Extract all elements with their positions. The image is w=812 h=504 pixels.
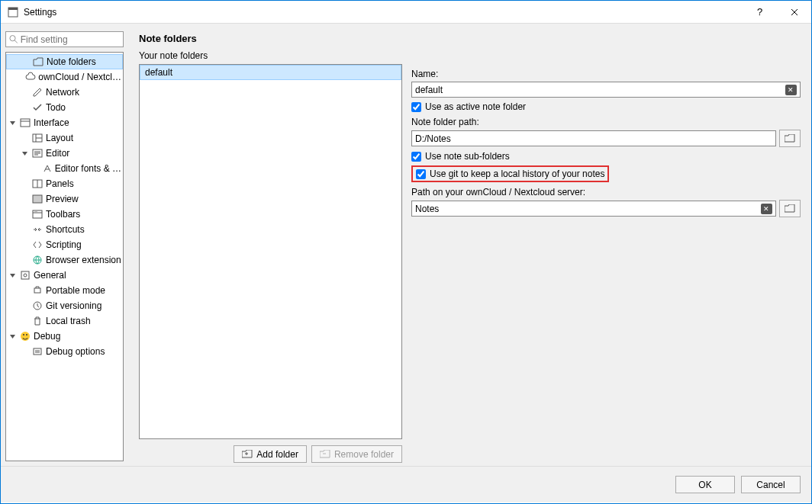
tree-item-label: Panels xyxy=(46,178,74,189)
tree-twisty[interactable] xyxy=(8,120,17,127)
tree-item-label: Browser extension xyxy=(46,255,121,265)
tree-item[interactable]: Network xyxy=(6,85,123,100)
use-active-checkbox[interactable]: Use as active note folder xyxy=(411,101,801,112)
path-field[interactable] xyxy=(411,130,776,146)
browse-path-button[interactable] xyxy=(779,130,801,147)
debug-icon xyxy=(31,346,44,357)
tree-item[interactable]: Git versioning xyxy=(6,298,123,313)
tree-item[interactable]: Interface xyxy=(6,115,123,130)
browse-cloud-button[interactable] xyxy=(779,200,801,217)
use-git-input[interactable] xyxy=(416,169,426,179)
tree-item-label: Debug xyxy=(34,331,60,342)
titlebar: Settings ? xyxy=(1,1,811,24)
sidebar: Note foldersownCloud / Nextcl…NetworkTod… xyxy=(1,24,128,466)
svg-point-10 xyxy=(35,211,36,212)
tree-item[interactable]: Scripting xyxy=(6,237,123,252)
edit-icon xyxy=(31,148,44,159)
page-title: Note folders xyxy=(139,33,801,44)
folder-icon xyxy=(32,56,44,67)
tree-item[interactable]: General xyxy=(6,268,123,283)
shortcuts-icon xyxy=(31,224,44,235)
tree-item-label: Layout xyxy=(46,133,73,143)
layout-icon xyxy=(31,133,44,143)
tree-item-label: Editor xyxy=(46,148,69,159)
name-field[interactable]: ✕ xyxy=(411,82,801,98)
tree-item[interactable]: ownCloud / Nextcl… xyxy=(6,69,123,85)
name-input[interactable] xyxy=(415,85,782,95)
tree-item[interactable]: Editor xyxy=(6,146,123,161)
settings-tree[interactable]: Note foldersownCloud / Nextcl…NetworkTod… xyxy=(5,52,124,461)
path-label: Note folder path: xyxy=(411,117,801,127)
dialog-footer: OK Cancel xyxy=(1,466,811,502)
tree-item[interactable]: Shortcuts xyxy=(6,222,123,237)
svg-rect-9 xyxy=(33,210,42,218)
folder-buttons: Add folder Remove folder xyxy=(139,445,402,463)
tree-item-label: Shortcuts xyxy=(46,224,85,235)
search-input[interactable] xyxy=(21,34,120,45)
tree-item-label: Local trash xyxy=(46,316,91,326)
close-button[interactable] xyxy=(777,1,811,24)
tree-twisty[interactable] xyxy=(8,333,17,340)
trash-icon xyxy=(31,316,44,326)
tree-item-label: Preview xyxy=(46,194,79,204)
clear-name-icon[interactable]: ✕ xyxy=(785,85,797,95)
tree-item[interactable]: Note folders xyxy=(6,54,123,69)
folders-column: default Add folder Remove folder xyxy=(139,64,402,463)
tree-item-label: Debug options xyxy=(46,346,105,357)
tree-twisty[interactable] xyxy=(20,150,29,157)
tree-item-label: ownCloud / Nextcl… xyxy=(38,72,121,82)
tree-item-label: Note folders xyxy=(47,56,96,67)
folder-list-item[interactable]: default xyxy=(140,65,401,80)
use-active-input[interactable] xyxy=(411,102,421,112)
portable-icon xyxy=(31,285,44,296)
help-button[interactable]: ? xyxy=(743,1,777,24)
tree-twisty[interactable] xyxy=(8,272,17,279)
use-git-label: Use git to keep a local history of your … xyxy=(430,169,604,179)
tree-item[interactable]: Local trash xyxy=(6,313,123,329)
cloud-path-input[interactable] xyxy=(415,204,758,214)
app-icon xyxy=(7,6,19,18)
tree-item[interactable]: Panels xyxy=(6,176,123,191)
general-icon xyxy=(19,270,31,281)
add-folder-label: Add folder xyxy=(256,449,298,460)
ok-button[interactable]: OK xyxy=(675,476,735,493)
use-subfolders-label: Use note sub-folders xyxy=(425,151,510,162)
cloud-path-field[interactable]: ✕ xyxy=(411,201,776,217)
use-subfolders-input[interactable] xyxy=(411,152,421,162)
tree-item[interactable]: Preview xyxy=(6,191,123,207)
use-git-checkbox[interactable]: Use git to keep a local history of your … xyxy=(416,169,604,179)
add-folder-button[interactable]: Add folder xyxy=(234,445,307,463)
pencil-icon xyxy=(31,87,44,98)
clear-cloud-icon[interactable]: ✕ xyxy=(761,204,772,214)
preview-icon xyxy=(31,194,44,204)
svg-point-14 xyxy=(24,274,27,277)
tree-item[interactable]: Layout xyxy=(6,130,123,146)
tree-item-label: Todo xyxy=(46,102,66,113)
use-subfolders-checkbox[interactable]: Use note sub-folders xyxy=(411,151,801,162)
tree-item-label: Git versioning xyxy=(46,300,102,311)
tree-item[interactable]: Portable mode xyxy=(6,283,123,298)
tree-item[interactable]: Editor fonts & … xyxy=(6,161,123,176)
cloud-icon xyxy=(25,72,36,82)
svg-point-2 xyxy=(10,36,15,41)
path-input[interactable] xyxy=(415,133,772,144)
cancel-button[interactable]: Cancel xyxy=(741,476,801,493)
folder-list[interactable]: default xyxy=(139,64,402,439)
tree-item[interactable]: Todo xyxy=(6,100,123,115)
panels-icon xyxy=(31,178,44,189)
svg-point-19 xyxy=(26,334,27,335)
name-label: Name: xyxy=(411,69,801,79)
content: Note foldersownCloud / Nextcl…NetworkTod… xyxy=(1,24,811,466)
main-panel: Note folders Your note folders default A… xyxy=(128,24,811,466)
tree-item[interactable]: Debug xyxy=(6,329,123,344)
search-box[interactable] xyxy=(5,31,124,47)
use-git-highlight: Use git to keep a local history of your … xyxy=(411,165,609,182)
window-title: Settings xyxy=(24,7,743,18)
tree-item-label: Interface xyxy=(34,117,69,128)
tree-item-label: Network xyxy=(46,87,79,98)
tree-item[interactable]: Debug options xyxy=(6,344,123,359)
svg-rect-3 xyxy=(21,119,30,127)
tree-item[interactable]: Browser extension xyxy=(6,252,123,268)
svg-rect-7 xyxy=(33,195,42,203)
tree-item[interactable]: Toolbars xyxy=(6,207,123,222)
